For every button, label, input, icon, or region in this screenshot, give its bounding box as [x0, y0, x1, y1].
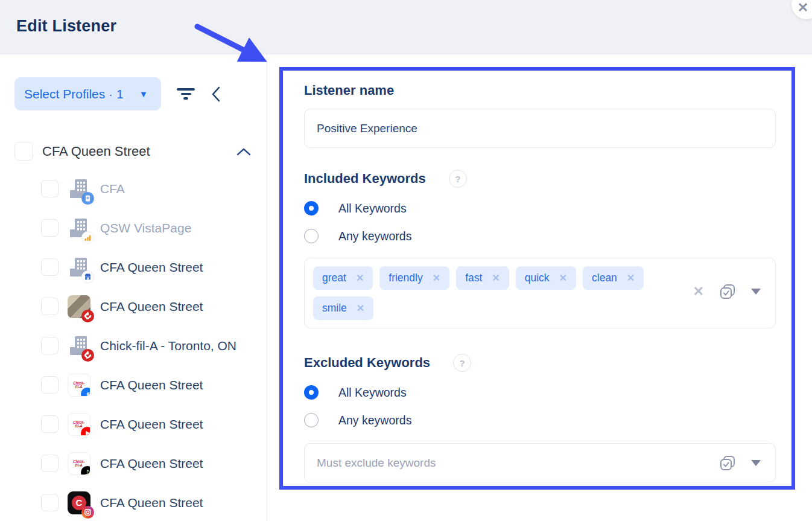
- youtube-badge-icon: [81, 427, 90, 436]
- chip-label: quick: [525, 272, 550, 284]
- profile-label: CFA Queen Street: [100, 299, 203, 314]
- chip-label: great: [322, 272, 346, 284]
- chip-remove-icon[interactable]: ✕: [627, 273, 635, 283]
- group-checkbox[interactable]: [14, 142, 33, 161]
- radio-selected-icon[interactable]: [304, 385, 319, 400]
- chip-remove-icon[interactable]: ✕: [356, 273, 364, 283]
- profile-avatar: Chick-fil-A: [68, 413, 90, 436]
- profile-group-row[interactable]: CFA Queen Street: [14, 142, 252, 161]
- yelp-badge-icon: [81, 349, 94, 362]
- chip-remove-icon[interactable]: ✕: [433, 273, 440, 283]
- profile-avatar: [68, 256, 90, 279]
- profile-checkbox[interactable]: [41, 298, 59, 315]
- select-profiles-button[interactable]: Select Profiles · 1 ▼: [14, 77, 161, 110]
- question-mark-icon[interactable]: ?: [449, 170, 467, 188]
- included-all-keywords-label: All Keywords: [338, 202, 407, 216]
- caret-down-icon[interactable]: [751, 460, 761, 466]
- profile-row[interactable]: CFA Queen Street: [0, 248, 267, 287]
- keyword-chip: great✕: [313, 266, 373, 290]
- listener-form-area: Listener name Included Keywords ? All Ke…: [267, 54, 812, 521]
- excluded-any-keywords-label: Any keywords: [338, 414, 411, 427]
- copy-check-icon[interactable]: [718, 454, 737, 472]
- profile-row[interactable]: Chick-fil-ACFA Queen Street: [0, 404, 267, 444]
- profile-checkbox[interactable]: [41, 455, 59, 472]
- edit-listener-screen: Edit Listener ✕ Select Profiles · 1 ▼: [0, 0, 812, 521]
- profile-row[interactable]: QSW VistaPage: [0, 208, 267, 248]
- copy-check-icon[interactable]: [718, 283, 737, 301]
- select-profiles-label: Select Profiles · 1: [24, 87, 124, 101]
- svg-text:f: f: [86, 390, 89, 397]
- excluded-keywords-heading: Excluded Keywords ?: [304, 354, 776, 372]
- caret-down-icon[interactable]: [751, 289, 761, 295]
- profile-row[interactable]: Chick-fil-AfCFA Queen Street: [0, 365, 267, 404]
- clear-all-icon[interactable]: ✕: [693, 285, 704, 298]
- chip-remove-icon[interactable]: ✕: [492, 273, 500, 283]
- profile-checkbox[interactable]: [41, 494, 59, 511]
- page-title: Edit Listener: [16, 17, 116, 36]
- chevron-up-icon[interactable]: [236, 147, 252, 156]
- keyword-chip: clean✕: [583, 266, 644, 290]
- svg-text:♪: ♪: [85, 468, 90, 475]
- profile-label: CFA Queen Street: [100, 378, 203, 392]
- profile-row[interactable]: Chick-fil-A♪CFA Queen Street: [0, 444, 267, 483]
- chip-label: friendly: [389, 272, 422, 284]
- chip-remove-icon[interactable]: ✕: [357, 304, 364, 313]
- profile-checkbox[interactable]: [41, 415, 59, 433]
- filter-icon: [177, 88, 195, 100]
- analytics-badge-icon: [81, 231, 94, 244]
- profile-label: QSW VistaPage: [100, 221, 191, 235]
- profile-label: Chick-fil-A - Toronto, ON: [100, 339, 236, 353]
- profile-label: CFA Queen Street: [100, 496, 203, 510]
- listener-form-panel: Listener name Included Keywords ? All Ke…: [279, 67, 795, 490]
- close-icon: ✕: [798, 0, 808, 16]
- included-all-keywords-option[interactable]: All Keywords: [304, 201, 776, 216]
- instagram-badge-icon: [81, 506, 94, 519]
- included-keywords-input[interactable]: great✕friendly✕fast✕quick✕clean✕smile✕ ✕: [304, 258, 776, 328]
- collapse-sidebar-button[interactable]: [211, 86, 221, 103]
- included-keywords-title: Included Keywords: [304, 171, 426, 187]
- keyword-chip-list: great✕friendly✕fast✕quick✕clean✕smile✕: [313, 266, 686, 320]
- profile-label: CFA: [100, 182, 125, 196]
- profile-avatar: C: [68, 491, 90, 514]
- profile-row[interactable]: CFA Queen Street: [0, 287, 267, 326]
- included-keywords-heading: Included Keywords ?: [304, 170, 776, 188]
- profile-avatar: [68, 177, 90, 200]
- profile-list: CFAQSW VistaPageCFA Queen StreetCFA Quee…: [0, 169, 267, 521]
- excluded-any-keywords-option[interactable]: Any keywords: [304, 413, 776, 427]
- profile-row[interactable]: Chick-fil-A - Toronto, ON: [0, 326, 267, 365]
- excluded-keywords-input-box[interactable]: [304, 443, 776, 482]
- radio-unselected-icon[interactable]: [304, 229, 319, 243]
- profile-checkbox[interactable]: [41, 219, 59, 237]
- profile-checkbox[interactable]: [41, 376, 59, 394]
- profile-row[interactable]: CFA: [0, 169, 267, 208]
- excluded-keywords-title: Excluded Keywords: [304, 355, 430, 371]
- profile-label: CFA Queen Street: [100, 260, 203, 275]
- chip-remove-icon[interactable]: ✕: [559, 273, 567, 283]
- profile-row[interactable]: CCFA Queen Street: [0, 483, 267, 521]
- listener-name-input[interactable]: [304, 109, 776, 148]
- excluded-all-keywords-label: All Keywords: [338, 386, 407, 400]
- header-bar: Edit Listener ✕: [0, 0, 812, 54]
- question-mark-icon[interactable]: ?: [453, 354, 471, 372]
- google-business-badge-icon: [81, 270, 94, 283]
- filter-button[interactable]: [177, 88, 195, 100]
- profile-label: CFA Queen Street: [100, 456, 203, 471]
- excluded-keywords-input[interactable]: [305, 456, 718, 470]
- excluded-all-keywords-option[interactable]: All Keywords: [304, 385, 776, 400]
- profile-checkbox[interactable]: [41, 180, 59, 197]
- profile-avatar: [68, 295, 90, 318]
- group-label: CFA Queen Street: [42, 144, 236, 159]
- profile-checkbox[interactable]: [41, 258, 59, 276]
- profile-checkbox[interactable]: [41, 337, 59, 354]
- included-any-keywords-option[interactable]: Any keywords: [304, 229, 776, 243]
- listener-name-label: Listener name: [304, 83, 776, 98]
- radio-selected-icon[interactable]: [304, 201, 319, 216]
- keyword-chip: smile✕: [313, 296, 373, 320]
- tiktok-badge-icon: ♪: [81, 466, 90, 475]
- facebook-badge-icon: f: [81, 388, 90, 397]
- profile-avatar: Chick-fil-A♪: [68, 452, 90, 475]
- profile-avatar: Chick-fil-Af: [68, 374, 90, 397]
- close-button[interactable]: ✕: [791, 0, 812, 19]
- chevron-left-icon: [211, 86, 221, 103]
- radio-unselected-icon[interactable]: [304, 413, 319, 427]
